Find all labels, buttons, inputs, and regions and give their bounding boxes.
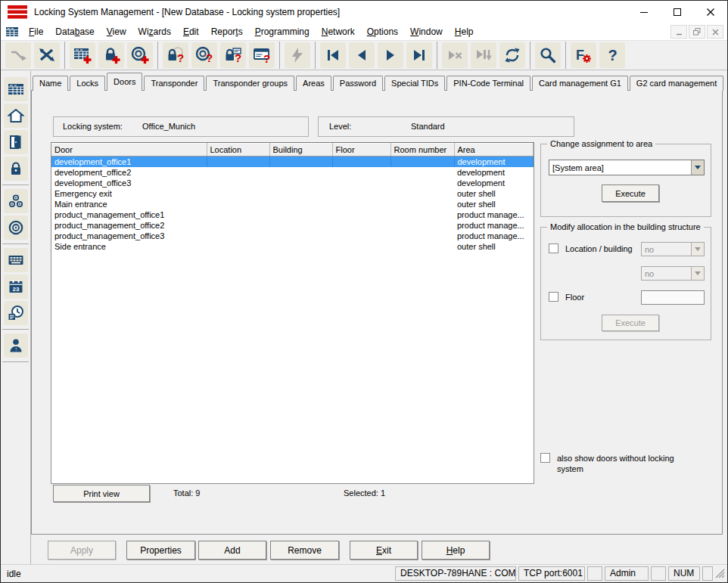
sidebar-button-calendar[interactable]: 23 — [4, 274, 28, 299]
print-view-button[interactable]: Print view — [53, 485, 150, 502]
sidebar-button-matrix[interactable] — [4, 248, 28, 272]
table-row[interactable]: Main entranceouter shell — [51, 199, 534, 209]
new-lock-button[interactable] — [98, 42, 124, 68]
status-keyboard-state: NUM — [668, 566, 700, 581]
minimize-button[interactable] — [627, 1, 661, 23]
sidebar-button-locking-system[interactable] — [4, 77, 28, 101]
read-card-icon: ? — [253, 46, 271, 64]
add-button[interactable]: Add — [198, 541, 266, 560]
menu-item-wizards[interactable]: Wizards — [132, 25, 177, 39]
first-record-button[interactable] — [320, 42, 346, 68]
maximize-button[interactable] — [661, 1, 694, 23]
doors-table-body: development_office1developmentdevelopmen… — [51, 157, 534, 252]
next-record-button[interactable] — [378, 42, 403, 68]
sidebar-button-home[interactable] — [4, 104, 28, 128]
cell-door: development_office2 — [51, 167, 207, 178]
mdi-minimize-button[interactable] — [670, 25, 687, 39]
window-controls — [627, 1, 727, 23]
help-button[interactable]: ? — [599, 42, 625, 68]
tab-transponder[interactable]: Transponder — [144, 76, 204, 91]
refresh-button[interactable] — [499, 42, 525, 68]
mdi-restore-button[interactable] — [689, 25, 705, 39]
tab-pin-code-terminal[interactable]: PIN-Code Terminal — [446, 76, 530, 91]
menu-item-network[interactable]: Network — [316, 25, 361, 39]
close-button[interactable] — [694, 1, 727, 23]
column-header-door[interactable]: Door — [51, 144, 207, 157]
tab-password[interactable]: Password — [333, 76, 383, 91]
area-combobox[interactable]: [System area] — [549, 160, 705, 175]
table-row[interactable]: development_office2development — [51, 167, 534, 178]
sidebar-button-lock[interactable] — [4, 157, 28, 181]
menu-item-programming[interactable]: Programming — [249, 25, 316, 39]
search-button[interactable] — [535, 42, 561, 68]
tab-special-tids[interactable]: Special TIDs — [384, 76, 445, 91]
menu-item-reports[interactable]: Reports — [205, 25, 249, 39]
menu-item-database[interactable]: Database — [49, 25, 100, 39]
sidebar-button-time-zone[interactable] — [4, 301, 28, 325]
read-transponder-button[interactable]: ? — [191, 42, 217, 68]
table-row[interactable]: Emergency exitouter shell — [51, 188, 534, 199]
read-card-button[interactable]: ? — [249, 42, 275, 68]
cell-room-number — [390, 167, 454, 178]
column-header-area[interactable]: Area — [454, 144, 534, 157]
menu-item-edit[interactable]: Edit — [177, 25, 205, 39]
table-row[interactable]: development_office3development — [51, 178, 534, 188]
sidebar-button-person[interactable] — [4, 333, 28, 358]
table-row[interactable]: product_management_office3product manage… — [51, 231, 534, 241]
menu-item-view[interactable]: View — [101, 25, 132, 39]
mdi-close-button[interactable] — [707, 25, 723, 39]
sidebar-button-transponder[interactable] — [4, 216, 28, 240]
tab-doors[interactable]: Doors — [107, 73, 142, 91]
disconnect-button[interactable] — [34, 42, 60, 68]
read-lock-button[interactable]: ? — [163, 42, 188, 68]
menu-item-help[interactable]: Help — [449, 25, 480, 39]
sidebar-button-door[interactable] — [4, 130, 28, 154]
table-row[interactable]: product_management_office1product manage… — [51, 209, 534, 220]
tab-transponder-groups[interactable]: Transponder groups — [206, 76, 294, 91]
location-building-checkbox[interactable] — [549, 243, 558, 253]
exit-button[interactable]: Exit — [350, 541, 418, 560]
previous-record-button[interactable] — [349, 42, 375, 68]
table-row[interactable]: product_management_office2product manage… — [51, 220, 534, 231]
column-header-location[interactable]: Location — [207, 144, 269, 157]
floor-input[interactable] — [641, 290, 705, 305]
column-header-floor[interactable]: Floor — [332, 144, 390, 157]
last-record-button[interactable] — [406, 42, 432, 68]
remove-button[interactable]: Remove — [270, 541, 339, 560]
last-record-icon — [410, 46, 428, 64]
floor-checkbox[interactable] — [549, 292, 558, 302]
show-doors-checkbox[interactable] — [540, 453, 550, 463]
refresh-icon — [503, 46, 521, 64]
menu-items: FileDatabaseViewWizardsEditReportsProgra… — [23, 25, 479, 39]
sidebar-button-transponder-group[interactable] — [4, 189, 28, 213]
tab-g2-card-management[interactable]: G2 card management — [630, 76, 723, 91]
resize-grip[interactable] — [715, 569, 725, 578]
help-button[interactable]: Help — [422, 541, 490, 560]
new-locking-system-button[interactable] — [70, 42, 95, 68]
table-row[interactable]: development_office1development — [51, 157, 534, 167]
cell-building — [269, 220, 332, 231]
table-row[interactable]: Side entranceouter shell — [51, 241, 534, 252]
svg-text:?: ? — [235, 51, 241, 64]
column-header-room-number[interactable]: Room number — [390, 144, 454, 157]
area-execute-button[interactable]: Execute — [602, 185, 659, 202]
svg-text:?: ? — [177, 51, 184, 64]
child-window-icon[interactable] — [6, 26, 18, 37]
menu-item-file[interactable]: File — [23, 25, 49, 39]
properties-button[interactable]: Properties — [126, 541, 195, 560]
column-header-building[interactable]: Building — [269, 144, 332, 157]
tab-locks[interactable]: Locks — [70, 76, 105, 91]
tab-areas[interactable]: Areas — [296, 76, 331, 91]
search-icon — [539, 46, 557, 64]
new-transponder-button[interactable] — [127, 42, 153, 68]
menu-item-options[interactable]: Options — [361, 25, 404, 39]
tab-card-management-g1[interactable]: Card management G1 — [532, 76, 628, 91]
svg-text:?: ? — [263, 52, 270, 65]
mdi-restore-icon — [693, 28, 701, 36]
tab-name[interactable]: Name — [33, 76, 68, 91]
doors-table-container: DoorLocationBuildingFloorRoom numberArea… — [51, 142, 534, 484]
filter-button[interactable]: F — [571, 42, 596, 68]
menu-item-window[interactable]: Window — [404, 25, 449, 39]
read-lock-network-button[interactable]: ? — [220, 42, 246, 68]
area-combobox-dropdown-button[interactable] — [691, 160, 704, 175]
